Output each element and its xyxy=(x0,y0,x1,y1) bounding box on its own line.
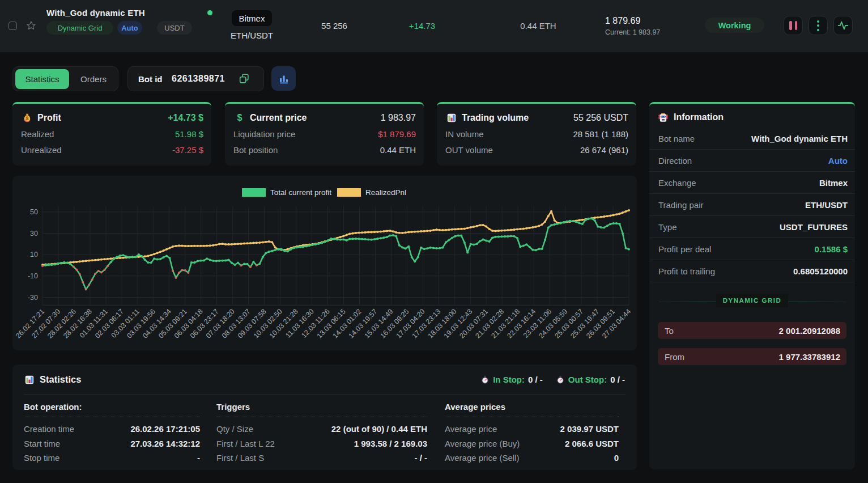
svg-text:RealizedPnl: RealizedPnl xyxy=(365,188,406,197)
svg-text:10: 10 xyxy=(30,251,38,259)
svg-text:-30: -30 xyxy=(28,294,38,302)
svg-text:-10: -10 xyxy=(28,272,38,280)
svg-text:$: $ xyxy=(26,116,29,121)
svg-text:Total current profit: Total current profit xyxy=(270,188,331,197)
svg-text:30: 30 xyxy=(30,230,38,238)
svg-text:50: 50 xyxy=(30,208,38,216)
